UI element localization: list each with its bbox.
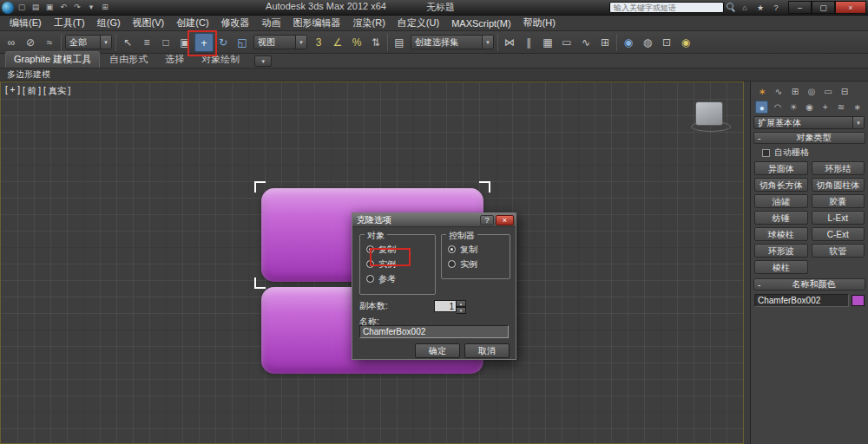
selection-filter-dropdown[interactable]: 全部 ▼ xyxy=(65,35,112,49)
spinner-snap-icon[interactable]: ⇅ xyxy=(366,33,385,52)
copies-value[interactable]: 1 xyxy=(434,300,457,312)
select-and-link-icon[interactable]: ∞ xyxy=(2,33,21,52)
cancel-button[interactable]: 取消 xyxy=(464,343,510,358)
radio-object-reference[interactable]: 参考 xyxy=(360,271,435,286)
material-editor-icon[interactable]: ◉ xyxy=(619,33,638,52)
curve-editor-icon[interactable]: ∿ xyxy=(576,33,595,52)
menu-rendering[interactable]: 渲染(R) xyxy=(347,16,391,29)
layer-manager-icon[interactable]: ▦ xyxy=(538,33,557,52)
search-input[interactable] xyxy=(609,2,724,13)
mirror-icon[interactable]: ⋈ xyxy=(500,33,519,52)
ok-button[interactable]: 确定 xyxy=(415,343,460,358)
menu-maxscript[interactable]: MAXScript(M) xyxy=(445,18,516,29)
maximize-button[interactable]: ▢ xyxy=(812,1,835,14)
new-icon[interactable]: ▢ xyxy=(16,2,28,13)
snap-toggle-icon[interactable]: 3 xyxy=(309,33,328,52)
clone-name-input[interactable]: ChamferBox002 xyxy=(359,325,509,338)
chevron-down-icon[interactable]: ▼ xyxy=(852,117,864,128)
category-spacewarps-icon[interactable]: ≋ xyxy=(834,101,847,114)
object-color-swatch[interactable] xyxy=(852,295,865,306)
menu-tools[interactable]: 工具(T) xyxy=(48,16,91,29)
menu-animation[interactable]: 动画 xyxy=(256,16,287,29)
object-name-field[interactable]: ChamferBox002 xyxy=(754,294,849,307)
ribbon-config-dropdown-icon[interactable]: ▼ xyxy=(254,56,272,67)
named-selection-sets-icon[interactable]: ▤ xyxy=(390,33,409,52)
redo-icon[interactable]: ↷ xyxy=(71,2,83,13)
button-l-ext[interactable]: L-Ext xyxy=(812,211,865,225)
search-icon[interactable] xyxy=(727,3,736,12)
viewport-menu-shading[interactable]: [ 真实 ] xyxy=(43,85,70,97)
undo-icon[interactable]: ↶ xyxy=(57,2,69,13)
ribbon-toggle-icon[interactable]: ▭ xyxy=(557,33,576,52)
radio-controller-instance[interactable]: 实例 xyxy=(442,257,510,271)
help-icon[interactable]: ? xyxy=(769,3,783,12)
category-geometry-icon[interactable]: ● xyxy=(755,101,768,114)
chevron-down-icon[interactable]: ▼ xyxy=(482,36,493,49)
button-c-ext[interactable]: C-Ext xyxy=(812,227,865,241)
viewport-menu-pov[interactable]: [ 前 ] xyxy=(23,85,41,97)
qat-dropdown-icon[interactable]: ▾ xyxy=(85,2,97,13)
close-button[interactable]: × xyxy=(835,1,866,14)
minimize-button[interactable]: – xyxy=(788,1,812,14)
menu-help[interactable]: 帮助(H) xyxy=(517,16,562,29)
copies-spinner[interactable]: 1 ▴ ▾ xyxy=(434,300,466,312)
category-cameras-icon[interactable]: ◉ xyxy=(803,101,816,114)
unlink-selection-icon[interactable]: ⊘ xyxy=(21,33,40,52)
button-hedra[interactable]: 异面体 xyxy=(754,161,808,175)
select-and-move-icon[interactable]: + xyxy=(194,33,214,52)
button-torus-knot[interactable]: 环形结 xyxy=(812,161,865,175)
max-logo-icon[interactable] xyxy=(2,2,14,14)
reference-coordinate-dropdown[interactable]: 视图 ▼ xyxy=(253,35,307,49)
chevron-down-icon[interactable]: ▼ xyxy=(100,36,111,49)
autogrid-row[interactable]: 自动栅格 xyxy=(753,146,865,160)
favorites-icon[interactable]: ★ xyxy=(753,3,767,12)
rollout-object-type[interactable]: - 对象类型 xyxy=(753,132,865,144)
tab-display-icon[interactable]: ▭ xyxy=(821,85,835,98)
rollout-name-color[interactable]: - 名称和颜色 xyxy=(753,278,865,291)
tab-freeform[interactable]: 自由形式 xyxy=(102,52,155,68)
selection-set-dropdown[interactable]: 创建选择集 ▼ xyxy=(411,35,494,49)
select-by-name-icon[interactable]: ≡ xyxy=(137,33,156,52)
button-oiltank[interactable]: 油罐 xyxy=(754,194,808,208)
menu-views[interactable]: 视图(V) xyxy=(127,16,171,29)
spinner-up-icon[interactable]: ▴ xyxy=(457,300,466,307)
bind-to-spacewarp-icon[interactable]: ≈ xyxy=(40,33,59,52)
schematic-view-icon[interactable]: ⊞ xyxy=(595,33,615,52)
subtab-polygon-modeling[interactable]: 多边形建模 xyxy=(7,69,50,81)
autogrid-checkbox[interactable] xyxy=(762,149,770,157)
dialog-help-button[interactable]: ? xyxy=(480,215,494,225)
button-gengon[interactable]: 球棱柱 xyxy=(754,227,808,241)
window-crossing-icon[interactable]: ▣ xyxy=(175,33,194,52)
category-helpers-icon[interactable]: + xyxy=(819,101,832,114)
render-production-icon[interactable]: ◉ xyxy=(676,33,695,52)
tab-selection[interactable]: 选择 xyxy=(157,52,192,68)
tab-motion-icon[interactable]: ◎ xyxy=(805,85,819,98)
chevron-down-icon[interactable]: ▼ xyxy=(295,36,306,49)
viewport-menu-general[interactable]: [ + ] xyxy=(5,85,20,97)
menu-modifiers[interactable]: 修改器 xyxy=(215,16,256,29)
dialog-close-button[interactable]: × xyxy=(496,215,514,225)
button-hose[interactable]: 软管 xyxy=(812,244,865,258)
tab-utilities-icon[interactable]: ⊟ xyxy=(838,85,852,98)
button-chamfercyl[interactable]: 切角圆柱体 xyxy=(812,178,865,192)
select-and-scale-icon[interactable]: ◱ xyxy=(233,33,252,52)
menu-create[interactable]: 创建(C) xyxy=(170,16,214,29)
tab-modify-icon[interactable]: ∿ xyxy=(772,85,786,98)
menu-customize[interactable]: 自定义(U) xyxy=(391,16,445,29)
viewcube[interactable] xyxy=(695,101,723,126)
menu-graph-editors[interactable]: 图形编辑器 xyxy=(287,16,347,29)
button-ringwave[interactable]: 环形波 xyxy=(754,244,808,258)
button-chamferbox[interactable]: 切角长方体 xyxy=(754,178,808,192)
select-object-icon[interactable]: ↖ xyxy=(118,33,137,52)
tab-create-icon[interactable]: ∗ xyxy=(755,85,769,98)
button-capsule[interactable]: 胶囊 xyxy=(812,194,865,208)
select-and-rotate-icon[interactable]: ↻ xyxy=(214,33,233,52)
button-spindle[interactable]: 纺锤 xyxy=(754,211,808,225)
rendered-frame-icon[interactable]: ⊡ xyxy=(657,33,676,52)
radio-object-copy[interactable]: 复制 xyxy=(360,242,435,257)
menu-edit[interactable]: 编辑(E) xyxy=(3,16,48,29)
open-icon[interactable]: ▤ xyxy=(30,2,42,13)
selection-region-icon[interactable]: □ xyxy=(156,33,175,52)
category-shapes-icon[interactable]: ◠ xyxy=(771,101,784,114)
primitive-category-dropdown[interactable]: 扩展基本体 ▼ xyxy=(753,116,865,129)
